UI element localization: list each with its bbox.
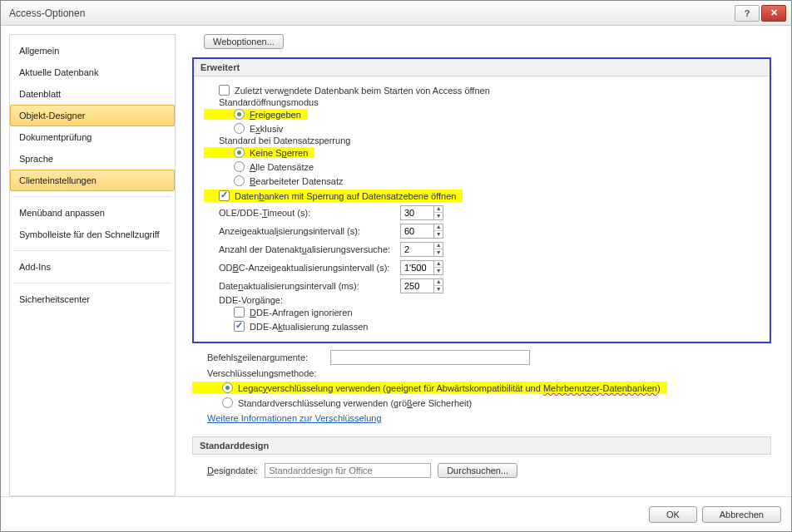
browse-button[interactable]: Durchsuchen... (438, 463, 517, 478)
sidebar-separator (13, 250, 171, 251)
odbc-intv-input[interactable] (401, 263, 433, 273)
radio-bearbeiteter-datensatz[interactable] (234, 175, 245, 186)
radio-freigegeben-row: Freigegeben (204, 107, 760, 121)
spinner-buttons[interactable]: ▲▼ (433, 242, 443, 257)
radio-keinesperren-row: Keine Sperren (204, 145, 760, 160)
close-button[interactable]: ✕ (761, 5, 786, 22)
radio-enc-standard[interactable] (222, 397, 233, 408)
radio-freigegeben[interactable] (234, 109, 245, 120)
radio-keine-sperren[interactable] (234, 147, 245, 158)
radio-alle-datensaetze[interactable] (234, 161, 245, 172)
anz-intv-input[interactable] (401, 226, 433, 236)
sidebar-item-objekt-designer[interactable]: Objekt-Designer (10, 105, 175, 126)
dialog-footer: OK Abbrechen (1, 496, 791, 531)
dde-ignore-checkbox[interactable] (234, 307, 245, 318)
dde-ops-label: DDE-Vorgänge: (219, 295, 760, 305)
ole-timeout-spinner[interactable]: ▲▼ (400, 205, 443, 220)
odbc-intv-spinner[interactable]: ▲▼ (400, 260, 443, 275)
titlebar: Access-Optionen ? ✕ (1, 1, 791, 26)
anz-intv-spinner[interactable]: ▲▼ (400, 224, 443, 239)
squiggle-text: Mehrbenutzer-Datenbanken (543, 383, 657, 393)
designfile-label: Designdatei: (207, 466, 258, 475)
erweitert-frame: Erweitert Zuletzt verwendete Datenbank b… (192, 57, 771, 343)
enc-info-link[interactable]: Weitere Informationen zur Verschlüsselun… (207, 413, 382, 423)
sidebar-item-schnellzugriff[interactable]: Symbolleiste für den Schnellzugriff (10, 224, 175, 245)
dde-ignore-label: DDE-Anfragen ignorieren (250, 308, 353, 318)
radio-bearbeiteter-datensatz-label: Bearbeiteter Datensatz (250, 176, 344, 186)
dde-allow-checkbox[interactable] (234, 321, 245, 332)
anz-retry-spinner[interactable]: ▲▼ (400, 242, 443, 257)
radio-enc-legacy-label: Legacyverschlüsselung verwenden (geeigne… (238, 383, 661, 393)
dde-ignore-row: DDE-Anfragen ignorieren (234, 305, 760, 319)
dialog-body: Allgemein Aktuelle Datenbank Datenblatt … (1, 26, 791, 496)
odbc-intv-label: ODBC-Anzeigeaktualisierungsintervall (s)… (219, 263, 394, 273)
sidebar-item-menueband[interactable]: Menüband anpassen (10, 202, 175, 224)
sidebar-item-dokumentpruefung[interactable]: Dokumentprüfung (10, 126, 175, 148)
radio-exklusiv[interactable] (234, 123, 245, 134)
help-icon: ? (745, 8, 750, 18)
enc-method-label: Verschlüsselungsmethode: (192, 367, 771, 380)
open-last-db-row: Zuletzt verwendete Datenbank beim Starte… (219, 83, 760, 97)
ok-button[interactable]: OK (649, 506, 697, 523)
ole-timeout-label: OLE/DDE-Timeout (s): (219, 208, 394, 218)
anz-retry-row: Anzahl der Datenaktualisierungsversuche:… (204, 240, 760, 259)
sidebar-item-clienteinstellungen[interactable]: Clienteinstellungen (10, 170, 175, 191)
radio-exklusiv-label: Exklusiv (250, 124, 283, 134)
data-intv-spinner[interactable]: ▲▼ (400, 278, 443, 293)
radio-freigegeben-label: Freigegeben (250, 110, 301, 120)
std-lock-label: Standard bei Datensatzsperrung (219, 135, 760, 145)
options-window: Access-Optionen ? ✕ Allgemein Aktuelle D… (0, 0, 792, 532)
group-erweitert-title: Erweitert (194, 59, 770, 76)
dde-allow-label: DDE-Aktualisierung zulassen (250, 322, 368, 332)
sidebar-separator (13, 283, 171, 283)
anz-intv-row: Anzeigeaktualisierungsintervall (s): ▲▼ (204, 222, 760, 240)
content-wrap: Weboptionen... Erweitert Zuletzt verwend… (187, 34, 783, 496)
anz-retry-label: Anzahl der Datenaktualisierungsversuche: (219, 244, 394, 254)
radio-enc-legacy[interactable] (222, 382, 233, 393)
open-last-db-checkbox[interactable] (219, 85, 230, 96)
data-intv-input[interactable] (401, 281, 433, 291)
spinner-buttons[interactable]: ▲▼ (433, 260, 443, 275)
weboptionen-button[interactable]: Weboptionen... (204, 34, 284, 49)
anz-retry-input[interactable] (401, 244, 433, 254)
radio-keine-sperren-label: Keine Sperren (250, 148, 308, 158)
data-intv-row: Datenaktualisierungsintervall (ms): ▲▼ (204, 277, 760, 295)
radio-bearbeitet-row: Bearbeiteter Datensatz (234, 174, 760, 188)
sidebar-item-sicherheitscenter[interactable]: Sicherheitscenter (10, 288, 175, 310)
radio-enc-standard-label: Standardverschlüsselung verwenden (größe… (238, 398, 472, 408)
spinner-buttons[interactable]: ▲▼ (433, 205, 443, 220)
anz-intv-label: Anzeigeaktualisierungsintervall (s): (219, 226, 394, 236)
open-rowlock-checkbox[interactable] (219, 190, 230, 201)
spinner-buttons[interactable]: ▲▼ (433, 224, 443, 239)
ole-timeout-input[interactable] (401, 208, 433, 218)
radio-alle-row: Alle Datensätze (234, 160, 760, 174)
enc-std-row: Standardverschlüsselung verwenden (größe… (222, 396, 771, 410)
radio-alle-datensaetze-label: Alle Datensätze (250, 162, 314, 172)
open-rowlock-row: Datenbanken mit Sperrung auf Datensatzeb… (204, 188, 760, 204)
dde-allow-row: DDE-Aktualisierung zulassen (234, 319, 760, 333)
help-button[interactable]: ? (735, 5, 760, 22)
radio-exklusiv-row: Exklusiv (234, 121, 760, 135)
window-title: Access-Optionen (6, 7, 733, 19)
odbc-intv-row: ODBC-Anzeigeaktualisierungsintervall (s)… (204, 259, 760, 277)
sidebar-item-sprache[interactable]: Sprache (10, 148, 175, 170)
sidebar-item-addins[interactable]: Add-Ins (10, 256, 175, 278)
open-last-db-label: Zuletzt verwendete Datenbank beim Starte… (235, 86, 490, 96)
designfile-input[interactable] (265, 463, 431, 478)
data-intv-label: Datenaktualisierungsintervall (ms): (219, 281, 394, 291)
cmdline-input[interactable] (330, 350, 530, 365)
cmdline-row: Befehlszeilenargumente: (192, 348, 771, 367)
std-open-mode-label: Standardöffnungsmodus (219, 97, 760, 107)
cmdline-label: Befehlszeilenargumente: (207, 352, 324, 362)
sidebar-item-allgemein[interactable]: Allgemein (10, 40, 175, 62)
close-icon: ✕ (770, 7, 778, 18)
content-scroll[interactable]: Weboptionen... Erweitert Zuletzt verwend… (187, 34, 783, 496)
designfile-row: Designdatei: Durchsuchen... (192, 455, 771, 481)
cancel-button[interactable]: Abbrechen (702, 506, 781, 523)
sidebar-item-datenblatt[interactable]: Datenblatt (10, 83, 175, 105)
category-sidebar: Allgemein Aktuelle Datenbank Datenblatt … (9, 34, 176, 496)
sidebar-item-aktuelle-datenbank[interactable]: Aktuelle Datenbank (10, 62, 175, 83)
ole-timeout-row: OLE/DDE-Timeout (s): ▲▼ (204, 204, 760, 222)
spinner-buttons[interactable]: ▲▼ (433, 278, 443, 293)
group-standarddesign-title: Standarddesign (192, 436, 771, 455)
